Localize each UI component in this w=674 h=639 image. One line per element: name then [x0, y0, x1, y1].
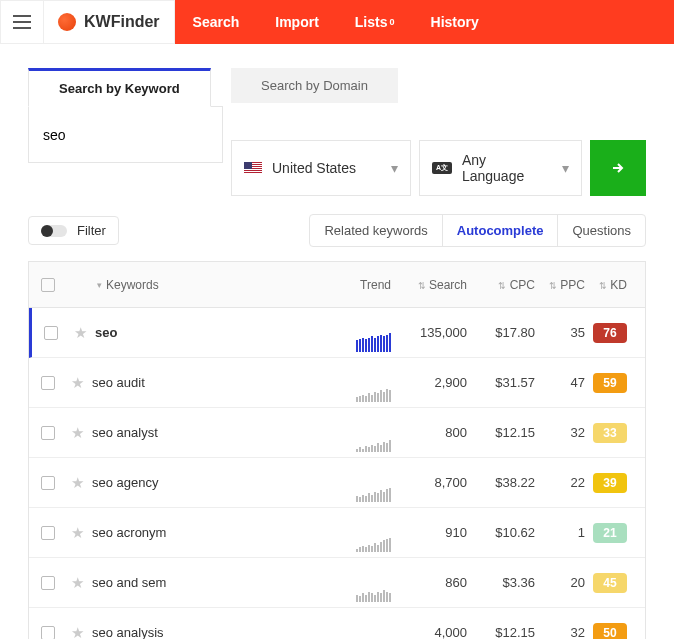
trend-sparkline [331, 330, 391, 352]
pill-questions[interactable]: Questions [558, 215, 645, 246]
cpc-value: $12.15 [467, 625, 535, 639]
ppc-value: 35 [535, 325, 585, 340]
language-icon: A文 [432, 162, 452, 174]
keyword-cell: seo analysis [84, 625, 331, 639]
search-button[interactable] [590, 140, 646, 196]
kd-badge: 21 [593, 523, 627, 543]
nav-lists[interactable]: Lists0 [337, 0, 413, 44]
table-row[interactable]: ★ seo analysis 4,000 $12.15 32 50 [29, 608, 645, 639]
kd-badge: 45 [593, 573, 627, 593]
trend-sparkline [331, 630, 391, 640]
table-row[interactable]: ★ seo acronym 910 $10.62 1 21 [29, 508, 645, 558]
row-checkbox[interactable] [41, 376, 55, 390]
keyword-cell: seo agency [84, 475, 331, 490]
tab-search-domain[interactable]: Search by Domain [231, 68, 398, 103]
kd-badge: 76 [593, 323, 627, 343]
nav-import[interactable]: Import [257, 0, 337, 44]
keyword-cell: seo and sem [84, 575, 331, 590]
row-checkbox[interactable] [41, 476, 55, 490]
search-volume: 135,000 [391, 325, 467, 340]
ppc-value: 22 [535, 475, 585, 490]
tab-search-keyword[interactable]: Search by Keyword [28, 68, 211, 107]
trend-sparkline [331, 580, 391, 602]
col-cpc[interactable]: ⇅ CPC [467, 278, 535, 292]
location-select[interactable]: United States ▾ [231, 140, 411, 196]
search-volume: 4,000 [391, 625, 467, 639]
kd-badge: 39 [593, 473, 627, 493]
flag-us-icon [244, 162, 262, 174]
star-icon[interactable]: ★ [71, 624, 84, 640]
keyword-cell: seo [87, 325, 331, 340]
sort-desc-icon: ▾ [97, 280, 102, 290]
nav-search[interactable]: Search [175, 0, 258, 44]
table-row[interactable]: ★ seo analyst 800 $12.15 32 33 [29, 408, 645, 458]
table-row[interactable]: ★ seo and sem 860 $3.36 20 45 [29, 558, 645, 608]
keyword-cell: seo analyst [84, 425, 331, 440]
search-volume: 8,700 [391, 475, 467, 490]
col-kd[interactable]: ⇅ KD [585, 278, 645, 292]
sort-icon: ⇅ [599, 281, 607, 291]
main-nav: Search Import Lists0 History [175, 0, 674, 44]
star-icon[interactable]: ★ [71, 474, 84, 492]
cpc-value: $38.22 [467, 475, 535, 490]
pill-related[interactable]: Related keywords [310, 215, 442, 246]
pill-autocomplete[interactable]: Autocomplete [443, 215, 559, 246]
kd-badge: 59 [593, 373, 627, 393]
trend-sparkline [331, 380, 391, 402]
kd-badge: 33 [593, 423, 627, 443]
col-keywords[interactable]: ▾Keywords [67, 278, 331, 292]
search-volume: 800 [391, 425, 467, 440]
brand-name: KWFinder [84, 13, 160, 31]
row-checkbox[interactable] [41, 526, 55, 540]
location-value: United States [272, 160, 356, 176]
trend-sparkline [331, 430, 391, 452]
search-volume: 860 [391, 575, 467, 590]
row-checkbox[interactable] [41, 626, 55, 640]
star-icon[interactable]: ★ [71, 424, 84, 442]
cpc-value: $17.80 [467, 325, 535, 340]
menu-icon[interactable] [0, 0, 44, 44]
sort-icon: ⇅ [498, 281, 506, 291]
arrow-right-icon [609, 159, 627, 177]
table-row[interactable]: ★ seo audit 2,900 $31.57 47 59 [29, 358, 645, 408]
ppc-value: 32 [535, 425, 585, 440]
language-select[interactable]: A文 Any Language ▾ [419, 140, 582, 196]
select-all-checkbox[interactable] [41, 278, 55, 292]
row-checkbox[interactable] [41, 576, 55, 590]
ppc-value: 20 [535, 575, 585, 590]
star-icon[interactable]: ★ [71, 574, 84, 592]
col-trend[interactable]: Trend [331, 278, 391, 292]
star-icon[interactable]: ★ [74, 324, 87, 342]
trend-sparkline [331, 480, 391, 502]
hamburger-icon [13, 15, 31, 29]
language-value: Any Language [462, 152, 552, 184]
brand[interactable]: KWFinder [44, 0, 175, 44]
row-checkbox[interactable] [44, 326, 58, 340]
kd-badge: 50 [593, 623, 627, 640]
table-row[interactable]: ★ seo agency 8,700 $38.22 22 39 [29, 458, 645, 508]
cpc-value: $10.62 [467, 525, 535, 540]
col-search[interactable]: ⇅ Search [391, 278, 467, 292]
table-row[interactable]: ★ seo 135,000 $17.80 35 76 [29, 308, 645, 358]
col-ppc[interactable]: ⇅ PPC [535, 278, 585, 292]
chevron-down-icon: ▾ [391, 160, 398, 176]
keyword-cell: seo audit [84, 375, 331, 390]
brand-logo-icon [58, 13, 76, 31]
star-icon[interactable]: ★ [71, 524, 84, 542]
search-volume: 2,900 [391, 375, 467, 390]
ppc-value: 32 [535, 625, 585, 639]
cpc-value: $12.15 [467, 425, 535, 440]
ppc-value: 47 [535, 375, 585, 390]
star-icon[interactable]: ★ [71, 374, 84, 392]
cpc-value: $31.57 [467, 375, 535, 390]
row-checkbox[interactable] [41, 426, 55, 440]
chevron-down-icon: ▾ [562, 160, 569, 176]
trend-sparkline [331, 530, 391, 552]
ppc-value: 1 [535, 525, 585, 540]
keyword-cell: seo acronym [84, 525, 331, 540]
toggle-icon [41, 225, 67, 237]
filter-toggle[interactable]: Filter [28, 216, 119, 245]
cpc-value: $3.36 [467, 575, 535, 590]
nav-history[interactable]: History [413, 0, 497, 44]
results-table: ▾Keywords Trend ⇅ Search ⇅ CPC ⇅ PPC ⇅ K… [28, 261, 646, 639]
